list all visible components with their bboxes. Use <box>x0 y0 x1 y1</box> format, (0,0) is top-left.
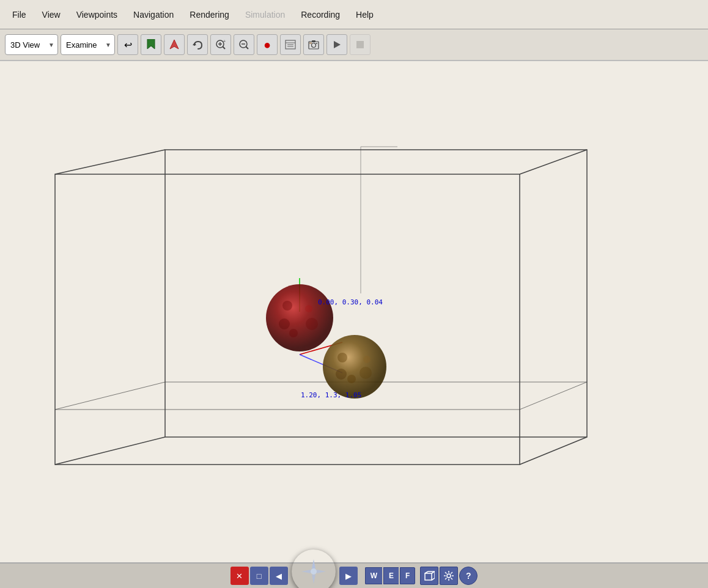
menu-bar: File View Viewpoints Navigation Renderin… <box>0 0 708 29</box>
box-icon-button[interactable] <box>420 567 438 585</box>
status-bar: ✕ □ ◀ ▶ W E F <box>0 562 708 588</box>
stop-button[interactable] <box>350 34 371 55</box>
straighten-button[interactable] <box>164 34 185 55</box>
help-button[interactable]: ? <box>459 567 478 585</box>
square-nav-button[interactable]: □ <box>250 567 268 585</box>
svg-point-41 <box>306 318 318 330</box>
svg-line-72 <box>445 578 447 580</box>
menu-simulation[interactable]: Simulation <box>238 6 292 23</box>
settings-icon-button[interactable] <box>440 567 458 585</box>
screenshot-button[interactable] <box>303 34 324 55</box>
svg-point-42 <box>289 329 298 337</box>
svg-point-19 <box>316 43 317 44</box>
viewport-canvas: 0.00, 0.30, 0.04 1.20, 1.3, 1.05 <box>0 61 708 562</box>
svg-text:0.00, 0.30, 0.04: 0.00, 0.30, 0.04 <box>318 298 383 306</box>
svg-line-71 <box>451 572 453 574</box>
svg-marker-21 <box>334 41 341 48</box>
svg-point-44 <box>279 318 290 329</box>
close-nav-button[interactable]: ✕ <box>230 567 249 585</box>
menu-rendering[interactable]: Rendering <box>182 6 237 23</box>
screenshot-list-button[interactable] <box>280 34 301 55</box>
zoom-in-button[interactable]: + <box>210 34 231 55</box>
mode-select[interactable]: Examine Walk Fly Pan Tilt <box>61 34 115 55</box>
svg-marker-56 <box>317 570 326 573</box>
undo-nav-button[interactable]: ↩ <box>117 34 138 55</box>
viewport[interactable]: 0.00, 0.30, 0.04 1.20, 1.3, 1.05 <box>0 61 708 562</box>
svg-point-40 <box>282 301 292 311</box>
view-e-button[interactable]: E <box>383 567 399 584</box>
svg-marker-55 <box>301 570 311 573</box>
svg-marker-1 <box>170 40 179 49</box>
svg-rect-18 <box>312 40 315 42</box>
svg-text:1.20, 1.3, 1.05: 1.20, 1.3, 1.05 <box>301 391 361 399</box>
view-select-wrapper: 3D View 2D View ▼ <box>5 34 58 55</box>
svg-point-46 <box>323 335 386 399</box>
svg-point-64 <box>447 574 451 578</box>
nav-compass[interactable] <box>292 549 336 588</box>
menu-view[interactable]: View <box>35 6 68 23</box>
svg-line-10 <box>246 47 249 50</box>
svg-point-47 <box>337 353 347 362</box>
svg-marker-53 <box>312 559 315 568</box>
svg-marker-0 <box>147 39 155 49</box>
menu-help[interactable]: Help <box>348 6 381 23</box>
svg-point-39 <box>266 284 333 351</box>
toolbar: 3D View 2D View ▼ Examine Walk Fly Pan T… <box>0 29 708 61</box>
svg-marker-2 <box>193 43 196 45</box>
menu-navigation[interactable]: Navigation <box>126 6 181 23</box>
svg-point-50 <box>363 356 371 363</box>
view-w-button[interactable]: W <box>365 567 382 584</box>
zoom-out-button[interactable]: - <box>234 34 254 55</box>
menu-viewpoints[interactable]: Viewpoints <box>69 6 125 23</box>
menu-file[interactable]: File <box>5 6 34 23</box>
svg-point-57 <box>311 568 317 575</box>
svg-marker-54 <box>312 575 315 584</box>
svg-rect-22 <box>356 41 364 48</box>
svg-point-49 <box>347 375 356 383</box>
svg-point-17 <box>312 43 316 48</box>
svg-rect-20 <box>309 42 312 44</box>
record-button[interactable]: ● <box>257 34 278 55</box>
nav-right-button[interactable]: ▶ <box>339 567 358 585</box>
svg-text:+: + <box>223 39 226 43</box>
svg-line-69 <box>445 572 447 574</box>
bookmark-button[interactable] <box>141 34 161 55</box>
svg-line-70 <box>451 578 453 580</box>
mode-select-wrapper: Examine Walk Fly Pan Tilt ▼ <box>61 34 115 55</box>
play-button[interactable] <box>326 34 347 55</box>
svg-point-51 <box>336 369 347 380</box>
undo-button[interactable] <box>187 34 208 55</box>
svg-rect-23 <box>0 61 708 562</box>
svg-line-6 <box>223 47 226 50</box>
svg-point-48 <box>360 367 372 379</box>
svg-point-43 <box>305 305 312 312</box>
view-f-button[interactable]: F <box>400 567 415 584</box>
menu-recording[interactable]: Recording <box>293 6 347 23</box>
view-select[interactable]: 3D View 2D View <box>5 34 58 55</box>
svg-text:-: - <box>246 39 248 43</box>
svg-rect-58 <box>425 573 432 580</box>
nav-left-button[interactable]: ◀ <box>270 567 288 585</box>
